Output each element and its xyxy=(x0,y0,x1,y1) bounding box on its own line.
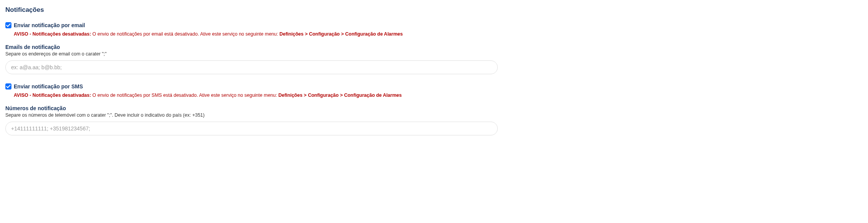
email-warning-prefix: AVISO - Notificações desativadas: xyxy=(14,31,91,37)
sms-checkbox-row: Enviar notificação por SMS xyxy=(5,83,863,90)
sms-field-help: Separe os números de telemóvel com o car… xyxy=(5,112,863,118)
email-checkbox-row: Enviar notificação por email xyxy=(5,22,863,28)
sms-warning-text: O envio de notificações por SMS está des… xyxy=(91,93,279,98)
sms-notification-block: Enviar notificação por SMS AVISO - Notif… xyxy=(5,83,863,135)
email-warning-text: O envio de notificações por email está d… xyxy=(91,31,279,37)
sms-notification-checkbox[interactable] xyxy=(5,83,11,90)
email-field-label: Emails de notificação xyxy=(5,44,863,50)
notifications-title: Notificações xyxy=(5,6,863,14)
sms-warning-prefix: AVISO - Notificações desativadas: xyxy=(14,93,91,98)
sms-notification-label: Enviar notificação por SMS xyxy=(14,83,83,90)
email-warning-path: Definições > Configuração > Configuração… xyxy=(279,31,403,37)
email-notification-label: Enviar notificação por email xyxy=(14,22,85,28)
sms-warning-path: Definições > Configuração > Configuração… xyxy=(278,93,402,98)
email-warning: AVISO - Notificações desativadas: O envi… xyxy=(14,31,863,38)
sms-numbers-input[interactable] xyxy=(5,122,498,135)
sms-field-label: Números de notificação xyxy=(5,105,863,111)
email-notification-block: Enviar notificação por email AVISO - Not… xyxy=(5,22,863,74)
email-notification-checkbox[interactable] xyxy=(5,22,11,28)
sms-warning: AVISO - Notificações desativadas: O envi… xyxy=(14,92,863,99)
email-addresses-input[interactable] xyxy=(5,60,498,74)
email-field-help: Separe os endereços de email com o carat… xyxy=(5,51,863,57)
